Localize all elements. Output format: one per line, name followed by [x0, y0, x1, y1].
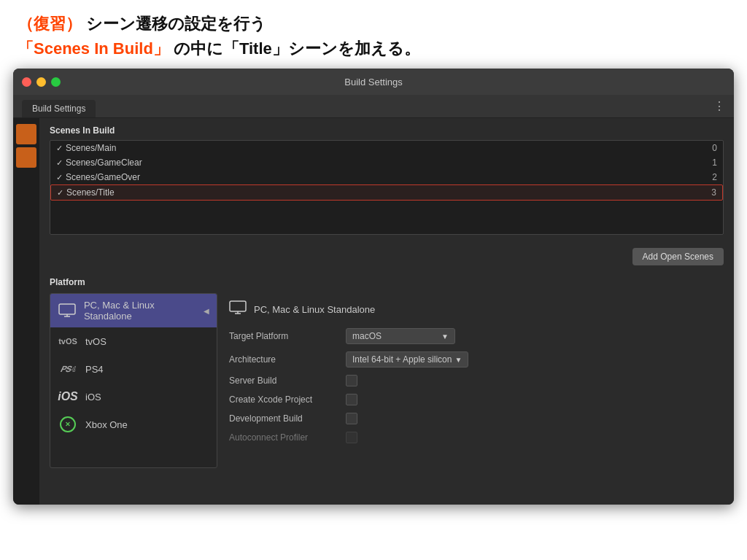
ps4-icon: 𝙋𝙎𝟜 [58, 361, 78, 377]
left-sidebar [13, 118, 39, 505]
xbox-icon: ✕ [58, 416, 78, 432]
scene-item-main[interactable]: ✓ Scenes/Main 0 [50, 141, 723, 155]
scene-item-gameover-left: ✓ Scenes/GameOver [56, 172, 140, 182]
scene-name-title: Scenes/Title [66, 187, 115, 198]
svg-rect-3 [230, 301, 246, 311]
unity-icon: ◀ [204, 307, 209, 315]
platform-item-tvos[interactable]: tvOS tvOS [50, 327, 217, 355]
settings-title-row: PC, Mac & Linux Standalone [229, 300, 712, 318]
scene-index-title: 3 [711, 187, 716, 198]
platform-item-pc[interactable]: PC, Mac & Linux Standalone ◀ [50, 294, 217, 327]
platform-ps4-label: PS4 [85, 364, 104, 375]
build-settings-window: Build Settings Build Settings ⋮ Scenes I… [13, 69, 734, 505]
monitor-icon [58, 303, 77, 319]
settings-title-text: PC, Mac & Linux Standalone [254, 304, 375, 315]
autoconnect-row: Autoconnect Profiler [229, 432, 712, 443]
architecture-dropdown[interactable]: Intel 64-bit + Apple silicon ▼ [346, 351, 468, 368]
checkmark-main: ✓ [56, 144, 63, 153]
scenes-bottom: Add Open Scenes [39, 242, 734, 271]
server-build-checkbox[interactable] [346, 375, 357, 386]
create-xcode-row: Create Xcode Project [229, 394, 712, 405]
autoconnect-label: Autoconnect Profiler [229, 432, 346, 443]
content-area: Scenes In Build ✓ Scenes/Main 0 ✓ Scenes… [13, 118, 734, 505]
server-build-label: Server Build [229, 376, 346, 386]
add-open-scenes-button[interactable]: Add Open Scenes [632, 248, 724, 265]
dev-build-row: Development Build [229, 413, 712, 424]
scene-item-gameclear[interactable]: ✓ Scenes/GameClear 1 [50, 155, 723, 170]
ios-icon: iOS [58, 389, 78, 405]
target-platform-label: Target Platform [229, 331, 346, 341]
target-platform-dropdown[interactable]: macOS ▼ [346, 328, 455, 344]
platform-xbox-label: Xbox One [85, 419, 128, 430]
scene-name-gameclear: Scenes/GameClear [66, 158, 142, 168]
checkmark-gameover: ✓ [56, 173, 63, 182]
scenes-header: Scenes In Build [50, 125, 724, 136]
create-xcode-checkbox[interactable] [346, 394, 357, 405]
platform-list: PC, Mac & Linux Standalone ◀ tvOS tvOS [50, 293, 217, 468]
main-content: Scenes In Build ✓ Scenes/Main 0 ✓ Scenes… [39, 118, 734, 505]
traffic-lights [22, 77, 61, 87]
scene-index-gameover: 2 [712, 172, 717, 182]
target-platform-row: Target Platform macOS ▼ [229, 328, 712, 344]
tab-bar: Build Settings ⋮ [13, 95, 734, 118]
header-line2: 「Scenes In Build」 の中に「Title」シーンを加える。 [18, 38, 729, 60]
header-area: （復習） シーン遷移の設定を行う 「Scenes In Build」 の中に「T… [0, 0, 747, 69]
menu-icon[interactable]: ⋮ [713, 99, 725, 117]
architecture-row: Architecture Intel 64-bit + Apple silico… [229, 351, 712, 368]
server-build-row: Server Build [229, 375, 712, 386]
autoconnect-checkbox[interactable] [346, 432, 357, 443]
close-button[interactable] [22, 77, 31, 87]
minimize-button[interactable] [36, 77, 46, 87]
header-main: シーン遷移の設定を行う [86, 15, 266, 33]
platform-section: Platform [39, 271, 734, 505]
platform-split: PC, Mac & Linux Standalone ◀ tvOS tvOS [50, 293, 724, 468]
scene-item-title[interactable]: ✓ Scenes/Title 3 [50, 184, 723, 201]
window-title: Build Settings [344, 77, 403, 88]
scene-item-gameclear-left: ✓ Scenes/GameClear [56, 158, 142, 168]
tvos-icon: tvOS [58, 333, 78, 349]
target-platform-arrow: ▼ [441, 332, 449, 341]
platform-settings-panel: PC, Mac & Linux Standalone Target Platfo… [217, 293, 724, 468]
title-bar: Build Settings [13, 69, 734, 95]
architecture-label: Architecture [229, 354, 346, 365]
architecture-value: Intel 64-bit + Apple silicon [352, 354, 452, 365]
scene-index-main: 0 [712, 143, 717, 153]
scenes-list: ✓ Scenes/Main 0 ✓ Scenes/GameClear 1 [50, 140, 724, 235]
header-rest: の中に「Title」シーンを加える。 [174, 39, 420, 58]
checkmark-gameclear: ✓ [56, 158, 63, 168]
platform-header: Platform [50, 277, 724, 287]
dev-build-checkbox[interactable] [346, 413, 357, 424]
platform-item-xbox[interactable]: ✕ Xbox One [50, 411, 217, 438]
scene-item-gameover[interactable]: ✓ Scenes/GameOver 2 [50, 170, 723, 184]
architecture-arrow: ▼ [454, 356, 462, 364]
settings-monitor-icon [229, 300, 247, 318]
header-line1: （復習） シーン遷移の設定を行う [18, 13, 729, 35]
build-settings-tab[interactable]: Build Settings [22, 100, 96, 117]
svg-rect-0 [59, 304, 75, 314]
scene-index-gameclear: 1 [712, 158, 717, 168]
platform-ios-label: iOS [85, 392, 101, 402]
scene-name-gameover: Scenes/GameOver [66, 172, 140, 182]
platform-pc-label: PC, Mac & Linux Standalone [84, 300, 196, 322]
maximize-button[interactable] [51, 77, 61, 87]
scene-name-main: Scenes/Main [66, 143, 116, 153]
create-xcode-label: Create Xcode Project [229, 394, 346, 405]
platform-item-ps4[interactable]: 𝙋𝙎𝟜 PS4 [50, 355, 217, 383]
target-platform-value: macOS [352, 331, 382, 341]
sidebar-icon-1 [16, 124, 36, 144]
scene-item-title-left: ✓ Scenes/Title [57, 187, 115, 198]
platform-tvos-label: tvOS [85, 336, 107, 347]
header-highlight: 「Scenes In Build」 [18, 39, 169, 58]
checkmark-title: ✓ [57, 188, 63, 198]
header-prefix: （復習） [18, 15, 82, 33]
platform-item-ios[interactable]: iOS iOS [50, 383, 217, 411]
sidebar-icon-2 [16, 147, 36, 168]
dev-build-label: Development Build [229, 413, 346, 424]
scenes-section: Scenes In Build ✓ Scenes/Main 0 ✓ Scenes… [39, 118, 734, 242]
scene-item-main-left: ✓ Scenes/Main [56, 143, 116, 153]
